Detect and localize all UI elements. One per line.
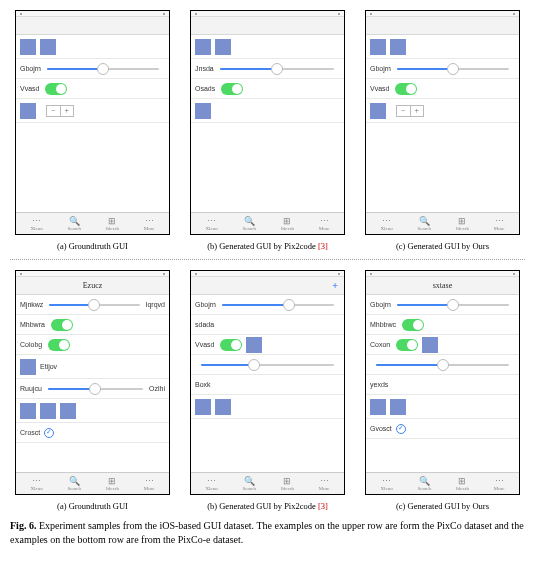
slider[interactable] bbox=[201, 364, 334, 366]
tab-item[interactable]: ⋯Xlcuo bbox=[380, 216, 392, 231]
ui-row bbox=[366, 355, 519, 375]
tab-item[interactable]: ⊞Idexrb bbox=[106, 216, 119, 231]
toggle-switch[interactable] bbox=[220, 339, 242, 351]
tab-item[interactable]: ⊞Idexrb bbox=[456, 476, 469, 491]
image-thumb bbox=[40, 403, 56, 419]
figure-bottom-row: Ezucz MjnkwzIqrqvdMhbwraColobgEtijovRuuj… bbox=[10, 270, 525, 511]
tab-item[interactable]: ⊞Idexrb bbox=[281, 476, 294, 491]
tab-icon: ⋯ bbox=[32, 476, 42, 486]
image-thumb bbox=[422, 337, 438, 353]
ui-row: Vvasd bbox=[191, 335, 344, 355]
slider[interactable] bbox=[49, 304, 139, 306]
tab-bar: ⋯Xlcuo🔍Search⊞Idexrb⋯More bbox=[191, 472, 344, 494]
slider[interactable] bbox=[222, 304, 334, 306]
row-label: sdada bbox=[195, 321, 214, 328]
row-label: Colobg bbox=[20, 341, 42, 348]
ui-row: Gbojrn bbox=[191, 295, 344, 315]
col-r2a: Ezucz MjnkwzIqrqvdMhbwraColobgEtijovRuuj… bbox=[10, 270, 175, 511]
toggle-switch[interactable] bbox=[48, 339, 70, 351]
slider[interactable] bbox=[376, 364, 509, 366]
tab-item[interactable]: ⊞Idexrb bbox=[106, 476, 119, 491]
radio-check-icon[interactable] bbox=[396, 424, 406, 434]
subcaption-a1: (a) Groundtruth GUI bbox=[57, 241, 128, 251]
row-label: Crosct bbox=[20, 429, 40, 436]
stepper-minus[interactable]: − bbox=[397, 106, 411, 116]
ui-row: Boxk bbox=[191, 375, 344, 395]
image-thumb bbox=[246, 337, 262, 353]
phone-body: GbojrnsdadaVvasdBoxk bbox=[191, 295, 344, 472]
row-label: Gbojrn bbox=[370, 65, 391, 72]
tab-icon: ⋯ bbox=[32, 216, 42, 226]
subcaption-c1: (c) Generated GUI by Ours bbox=[396, 241, 489, 251]
stepper[interactable]: −+ bbox=[46, 105, 74, 117]
tab-label: Xlcuo bbox=[30, 486, 42, 491]
tab-item[interactable]: ⋯Xlcuo bbox=[205, 216, 217, 231]
subcaption-a2: (a) Groundtruth GUI bbox=[57, 501, 128, 511]
ui-row: yexds bbox=[366, 375, 519, 395]
phone-r1b: JnsdaOsads ⋯Xlcuo🔍Search⊞Idexrb⋯More bbox=[190, 10, 345, 235]
tab-icon: 🔍 bbox=[69, 216, 79, 226]
toggle-switch[interactable] bbox=[221, 83, 243, 95]
toggle-switch[interactable] bbox=[395, 83, 417, 95]
image-thumb bbox=[20, 103, 36, 119]
image-thumb bbox=[60, 403, 76, 419]
phone-body: GbojrnVvasd−+ bbox=[366, 35, 519, 212]
tab-item[interactable]: 🔍Search bbox=[67, 476, 81, 491]
stepper-plus[interactable]: + bbox=[411, 106, 424, 116]
tab-label: Xlcuo bbox=[205, 486, 217, 491]
tab-item[interactable]: ⋯More bbox=[144, 216, 155, 231]
nav-bar bbox=[191, 17, 344, 35]
tab-icon: 🔍 bbox=[69, 476, 79, 486]
tab-item[interactable]: 🔍Search bbox=[242, 216, 256, 231]
slider[interactable] bbox=[47, 68, 159, 70]
ui-row: Mhbbwc bbox=[366, 315, 519, 335]
tab-item[interactable]: ⋯Xlcuo bbox=[380, 476, 392, 491]
tab-item[interactable]: ⋯More bbox=[494, 476, 505, 491]
tab-item[interactable]: 🔍Search bbox=[417, 216, 431, 231]
stepper[interactable]: −+ bbox=[396, 105, 424, 117]
stepper-minus[interactable]: − bbox=[47, 106, 61, 116]
tab-label: Idexrb bbox=[281, 486, 294, 491]
row-divider bbox=[10, 259, 525, 260]
phone-body: JnsdaOsads bbox=[191, 35, 344, 212]
tab-icon: ⋯ bbox=[382, 216, 392, 226]
tab-item[interactable]: ⊞Idexrb bbox=[456, 216, 469, 231]
row-label: yexds bbox=[370, 381, 388, 388]
tab-item[interactable]: ⋯Xlcuo bbox=[30, 476, 42, 491]
slider[interactable] bbox=[220, 68, 334, 70]
slider[interactable] bbox=[397, 68, 509, 70]
row-label: Mhbwra bbox=[20, 321, 45, 328]
toggle-switch[interactable] bbox=[51, 319, 73, 331]
nav-title: sxtase bbox=[433, 281, 453, 290]
tab-icon: ⊞ bbox=[107, 216, 117, 226]
ui-row bbox=[191, 395, 344, 419]
nav-add-icon[interactable]: + bbox=[332, 280, 338, 291]
tab-item[interactable]: 🔍Search bbox=[242, 476, 256, 491]
tab-item[interactable]: ⋯More bbox=[319, 216, 330, 231]
figure-caption: Fig. 6. Experiment samples from the iOS-… bbox=[10, 519, 525, 546]
tab-item[interactable]: 🔍Search bbox=[67, 216, 81, 231]
row-label: Mhbbwc bbox=[370, 321, 396, 328]
toggle-switch[interactable] bbox=[396, 339, 418, 351]
tab-item[interactable]: ⋯More bbox=[144, 476, 155, 491]
toggle-switch[interactable] bbox=[402, 319, 424, 331]
tab-label: Idexrb bbox=[106, 486, 119, 491]
image-thumb bbox=[195, 399, 211, 415]
slider[interactable] bbox=[397, 304, 509, 306]
ui-row: −+ bbox=[366, 99, 519, 123]
tab-item[interactable]: 🔍Search bbox=[417, 476, 431, 491]
radio-check-icon[interactable] bbox=[44, 428, 54, 438]
tab-item[interactable]: ⊞Idexrb bbox=[281, 216, 294, 231]
tab-item[interactable]: ⋯More bbox=[494, 216, 505, 231]
tab-item[interactable]: ⋯Xlcuo bbox=[205, 476, 217, 491]
stepper-plus[interactable]: + bbox=[61, 106, 74, 116]
tab-label: Idexrb bbox=[456, 486, 469, 491]
tab-icon: ⋯ bbox=[144, 476, 154, 486]
slider[interactable] bbox=[48, 388, 143, 390]
tab-label: More bbox=[319, 486, 330, 491]
ui-row: Gbojrn bbox=[366, 59, 519, 79]
tab-item[interactable]: ⋯Xlcuo bbox=[30, 216, 42, 231]
toggle-switch[interactable] bbox=[45, 83, 67, 95]
tab-label: More bbox=[144, 486, 155, 491]
tab-item[interactable]: ⋯More bbox=[319, 476, 330, 491]
